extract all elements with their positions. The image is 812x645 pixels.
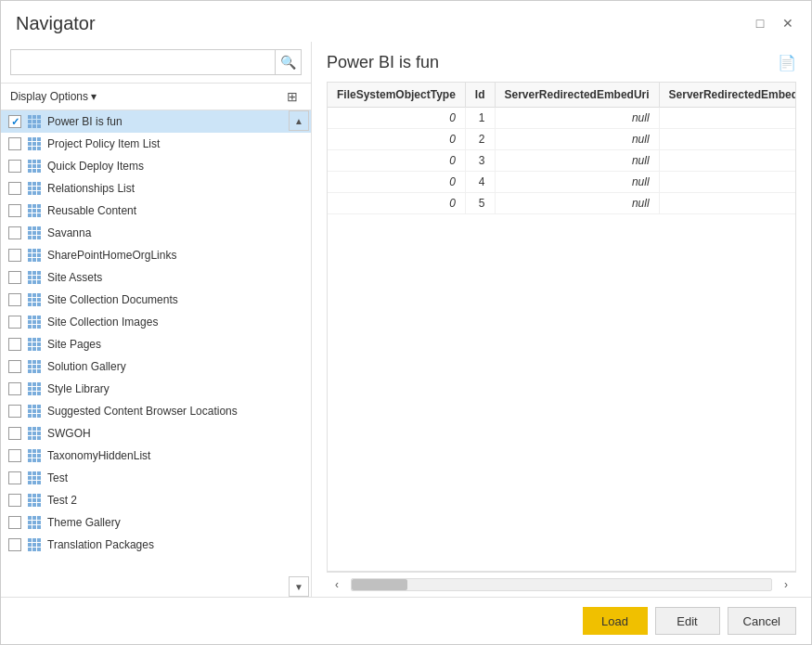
list-item-checkbox[interactable] [8,160,21,173]
scroll-left-button[interactable]: ‹ [327,576,347,593]
nav-grid-icon-button[interactable]: ⊞ [283,87,302,106]
scroll-track[interactable] [351,578,772,591]
display-options-button[interactable]: Display Options ▾ [10,88,97,105]
close-button[interactable]: ✕ [776,11,800,35]
list-item[interactable]: Savanna [1,222,311,244]
cancel-button[interactable]: Cancel [728,607,796,635]
list-items-container: Power BI is funProject Policy Item ListQ… [1,110,311,556]
minimize-button[interactable]: □ [748,11,772,35]
table-cell-id: 5 [465,193,495,214]
list-item-label: Test 2 [47,494,77,507]
grid-icon [27,203,42,218]
list-item-checkbox[interactable] [8,338,21,351]
scroll-up-button[interactable]: ▲ [289,110,309,131]
list-item-checkbox[interactable] [8,115,21,128]
list-item[interactable]: Solution Gallery [1,355,311,378]
load-button[interactable]: Load [583,607,648,635]
edit-button[interactable]: Edit [655,607,720,635]
list-item-label: Reusable Content [47,204,136,217]
list-item-label: Power BI is fun [47,115,122,128]
export-button[interactable]: 📄 [778,54,796,71]
list-item-label: TaxonomyHiddenList [47,449,150,462]
list-item[interactable]: Site Collection Images [1,311,311,333]
scroll-right-button[interactable]: › [776,576,796,593]
list-item-label: Site Collection Documents [47,293,178,306]
list-item-checkbox[interactable] [8,316,21,329]
table-cell-id: 4 [465,172,495,193]
list-item-checkbox[interactable] [8,204,21,217]
content-area: 🔍 Display Options ▾ ⊞ Power BI is funPro… [1,42,811,597]
list-item[interactable]: Translation Packages [1,534,311,556]
right-panel: Power BI is fun 📄 FileSystemObjectType I… [312,42,811,597]
scroll-controls: ▲ [289,110,309,131]
list-item[interactable]: TaxonomyHiddenList [1,445,311,467]
list-item-checkbox[interactable] [8,249,21,262]
list-item[interactable]: Site Collection Documents [1,289,311,311]
right-panel-title: Power BI is fun [327,53,439,72]
list-item[interactable]: SharePointHomeOrgLinks [1,244,311,266]
list-item[interactable]: Power BI is fun [1,110,311,133]
list-item[interactable]: Relationships List [1,177,311,200]
table-cell-serverredirectedembeduri: null [495,172,659,193]
list-item-checkbox[interactable] [8,382,21,395]
table-row: 03null [328,150,796,172]
search-input[interactable] [10,49,276,75]
list-item-checkbox[interactable] [8,360,21,373]
list-item-checkbox[interactable] [8,405,21,418]
display-options-label: Display Options [10,90,88,103]
grid-view-icon: ⊞ [287,89,298,104]
list-item-checkbox[interactable] [8,449,21,462]
grid-icon [27,359,42,374]
table-cell-filesystemobjecttype: 0 [328,129,465,150]
table-row: 04null [328,172,796,193]
list-item-checkbox[interactable] [8,271,21,284]
grid-icon [27,315,42,329]
list-item-checkbox[interactable] [8,293,21,306]
list-item[interactable]: Suggested Content Browser Locations [1,400,311,422]
list-item-checkbox[interactable] [8,137,21,150]
list-container[interactable]: Power BI is funProject Policy Item ListQ… [1,110,311,597]
list-item[interactable]: Quick Deploy Items [1,155,311,177]
list-item[interactable]: SWGOH [1,422,311,445]
list-item-checkbox[interactable] [8,538,21,551]
list-item-label: Theme Gallery [47,516,121,529]
list-item[interactable]: Project Policy Item List [1,133,311,155]
list-item[interactable]: Test [1,467,311,489]
table-cell-id: 3 [465,150,495,172]
list-item-label: Savanna [47,226,91,239]
scroll-down-button[interactable]: ▼ [289,576,309,597]
list-item-label: SharePointHomeOrgLinks [47,249,176,262]
search-bar: 🔍 [1,42,311,84]
list-item[interactable]: Site Assets [1,266,311,289]
horizontal-scrollbar: ‹ › [327,572,796,597]
list-item[interactable]: Site Pages [1,333,311,355]
table-wrapper[interactable]: FileSystemObjectType Id ServerRedirected… [327,82,796,572]
scroll-thumb [352,579,407,590]
list-item-label: Site Assets [47,271,102,284]
list-item-checkbox[interactable] [8,226,21,239]
list-item-checkbox[interactable] [8,427,21,440]
title-bar-right: □ ✕ [748,11,800,35]
grid-icon [27,493,42,508]
list-item-checkbox[interactable] [8,471,21,484]
table-row: 02null [328,129,796,150]
list-item[interactable]: Test 2 [1,489,311,511]
grid-icon [27,337,42,352]
list-item-checkbox[interactable] [8,516,21,529]
search-button[interactable]: 🔍 [276,49,302,75]
list-item[interactable]: Theme Gallery [1,511,311,534]
col-header-filesystem: FileSystemObjectType [328,83,465,108]
list-item-checkbox[interactable] [8,494,21,507]
table-cell-serverredirectedembeduri: null [495,150,659,172]
table-row: 01null [328,108,796,129]
list-item-label: Site Collection Images [47,316,158,329]
list-item-checkbox[interactable] [8,182,21,195]
table-cell-filesystemobjecttype: 0 [328,150,465,172]
list-item-label: Test [47,471,68,484]
list-item[interactable]: Reusable Content [1,200,311,222]
grid-icon [27,159,42,174]
title-bar: Navigator □ ✕ [1,1,811,42]
table-cell-filesystemobjecttype: 0 [328,193,465,214]
navigator-dialog: Navigator □ ✕ 🔍 Display Options ▾ [0,0,812,645]
list-item[interactable]: Style Library [1,378,311,400]
